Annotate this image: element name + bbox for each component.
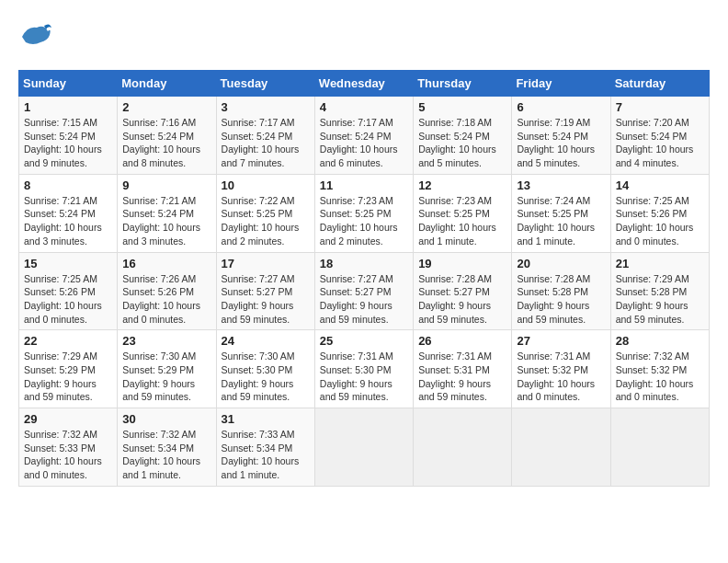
day-number: 13 — [517, 178, 605, 192]
calendar-day-cell: 31 Sunrise: 7:33 AM Sunset: 5:34 PM Dayl… — [216, 408, 314, 487]
daylight-label: Daylight: 10 hours and 4 minutes. — [616, 144, 694, 168]
page-header — [18, 18, 710, 55]
sunrise-label: Sunrise: 7:16 AM — [122, 117, 196, 128]
sunrise-label: Sunrise: 7:23 AM — [418, 195, 492, 206]
day-number: 12 — [418, 178, 506, 192]
day-info: Sunrise: 7:21 AM Sunset: 5:24 PM Dayligh… — [122, 194, 210, 248]
day-info: Sunrise: 7:29 AM Sunset: 5:29 PM Dayligh… — [24, 350, 112, 404]
sunset-label: Sunset: 5:34 PM — [222, 442, 293, 454]
sunrise-label: Sunrise: 7:19 AM — [517, 117, 590, 128]
calendar-week-row: 15 Sunrise: 7:25 AM Sunset: 5:26 PM Dayl… — [19, 252, 710, 330]
sunset-label: Sunset: 5:32 PM — [517, 364, 588, 375]
sunrise-label: Sunrise: 7:26 AM — [122, 273, 196, 284]
sunset-label: Sunset: 5:34 PM — [122, 442, 194, 454]
day-info: Sunrise: 7:22 AM Sunset: 5:25 PM Dayligh… — [222, 194, 310, 248]
day-info: Sunrise: 7:27 AM Sunset: 5:27 PM Dayligh… — [320, 272, 408, 327]
daylight-label: Daylight: 9 hours and 59 minutes. — [616, 300, 688, 325]
calendar-body: 1 Sunrise: 7:15 AM Sunset: 5:24 PM Dayli… — [19, 97, 710, 487]
day-number: 18 — [320, 257, 408, 270]
calendar-day-cell: 8 Sunrise: 7:21 AM Sunset: 5:24 PM Dayli… — [19, 174, 118, 252]
daylight-label: Daylight: 9 hours and 59 minutes. — [320, 378, 392, 403]
day-number: 2 — [122, 100, 210, 114]
calendar-day-cell: 26 Sunrise: 7:31 AM Sunset: 5:31 PM Dayl… — [414, 330, 512, 408]
calendar-day-cell: 12 Sunrise: 7:23 AM Sunset: 5:25 PM Dayl… — [414, 174, 512, 252]
daylight-label: Daylight: 10 hours and 0 minutes. — [122, 300, 200, 325]
daylight-label: Daylight: 10 hours and 2 minutes. — [320, 222, 398, 247]
day-number: 23 — [122, 334, 210, 348]
calendar-table: SundayMondayTuesdayWednesdayThursdayFrid… — [18, 70, 710, 487]
day-info: Sunrise: 7:30 AM Sunset: 5:30 PM Dayligh… — [222, 350, 310, 404]
daylight-label: Daylight: 9 hours and 59 minutes. — [122, 378, 195, 403]
sunset-label: Sunset: 5:24 PM — [517, 131, 588, 142]
sunrise-label: Sunrise: 7:29 AM — [24, 350, 97, 362]
daylight-label: Daylight: 10 hours and 0 minutes. — [24, 455, 102, 480]
sunset-label: Sunset: 5:32 PM — [616, 364, 688, 375]
day-info: Sunrise: 7:25 AM Sunset: 5:26 PM Dayligh… — [616, 194, 704, 248]
sunrise-label: Sunrise: 7:28 AM — [418, 273, 492, 284]
calendar-day-cell: 24 Sunrise: 7:30 AM Sunset: 5:30 PM Dayl… — [216, 330, 314, 408]
calendar-day-cell: 21 Sunrise: 7:29 AM Sunset: 5:28 PM Dayl… — [610, 252, 709, 330]
sunrise-label: Sunrise: 7:28 AM — [517, 273, 590, 284]
daylight-label: Daylight: 9 hours and 59 minutes. — [222, 300, 294, 325]
day-info: Sunrise: 7:26 AM Sunset: 5:26 PM Dayligh… — [122, 272, 210, 327]
sunrise-label: Sunrise: 7:17 AM — [222, 117, 295, 128]
sunrise-label: Sunrise: 7:27 AM — [222, 273, 295, 284]
day-number: 29 — [24, 412, 112, 426]
calendar-day-cell: 5 Sunrise: 7:18 AM Sunset: 5:24 PM Dayli… — [414, 97, 512, 175]
sunrise-label: Sunrise: 7:17 AM — [320, 117, 393, 128]
day-number: 6 — [517, 100, 605, 114]
sunrise-label: Sunrise: 7:25 AM — [616, 195, 689, 206]
day-number: 31 — [222, 412, 310, 426]
day-number: 10 — [222, 178, 310, 192]
daylight-label: Daylight: 10 hours and 0 minutes. — [517, 378, 595, 403]
daylight-label: Daylight: 10 hours and 1 minute. — [418, 222, 496, 247]
calendar-day-cell: 22 Sunrise: 7:29 AM Sunset: 5:29 PM Dayl… — [19, 330, 118, 408]
sunset-label: Sunset: 5:33 PM — [24, 442, 96, 454]
day-info: Sunrise: 7:20 AM Sunset: 5:24 PM Dayligh… — [616, 116, 704, 170]
sunset-label: Sunset: 5:28 PM — [616, 286, 688, 297]
day-number: 21 — [616, 257, 704, 270]
day-info: Sunrise: 7:17 AM Sunset: 5:24 PM Dayligh… — [320, 116, 408, 170]
daylight-label: Daylight: 10 hours and 9 minutes. — [24, 144, 102, 168]
day-info: Sunrise: 7:17 AM Sunset: 5:24 PM Dayligh… — [222, 116, 310, 170]
calendar-day-cell — [610, 408, 709, 487]
daylight-label: Daylight: 10 hours and 6 minutes. — [320, 144, 398, 168]
day-info: Sunrise: 7:31 AM Sunset: 5:32 PM Dayligh… — [517, 350, 605, 404]
sunrise-label: Sunrise: 7:32 AM — [122, 429, 196, 440]
sunrise-label: Sunrise: 7:18 AM — [418, 117, 492, 128]
calendar-day-cell: 29 Sunrise: 7:32 AM Sunset: 5:33 PM Dayl… — [19, 408, 118, 487]
calendar-day-cell: 25 Sunrise: 7:31 AM Sunset: 5:30 PM Dayl… — [314, 330, 413, 408]
day-number: 5 — [418, 100, 506, 114]
day-number: 8 — [24, 178, 112, 192]
sunset-label: Sunset: 5:25 PM — [517, 208, 588, 219]
sunrise-label: Sunrise: 7:33 AM — [222, 429, 295, 440]
calendar-day-cell: 17 Sunrise: 7:27 AM Sunset: 5:27 PM Dayl… — [216, 252, 314, 330]
sunrise-label: Sunrise: 7:31 AM — [418, 350, 492, 362]
calendar-day-cell: 9 Sunrise: 7:21 AM Sunset: 5:24 PM Dayli… — [118, 174, 216, 252]
day-info: Sunrise: 7:18 AM Sunset: 5:24 PM Dayligh… — [418, 116, 506, 170]
day-info: Sunrise: 7:31 AM Sunset: 5:31 PM Dayligh… — [418, 350, 506, 404]
sunset-label: Sunset: 5:24 PM — [24, 208, 96, 219]
day-info: Sunrise: 7:32 AM Sunset: 5:32 PM Dayligh… — [616, 350, 704, 404]
daylight-label: Daylight: 9 hours and 59 minutes. — [24, 378, 97, 403]
day-number: 24 — [222, 334, 310, 348]
calendar-day-cell: 13 Sunrise: 7:24 AM Sunset: 5:25 PM Dayl… — [512, 174, 610, 252]
sunset-label: Sunset: 5:29 PM — [24, 364, 96, 375]
day-info: Sunrise: 7:28 AM Sunset: 5:27 PM Dayligh… — [418, 272, 506, 327]
sunset-label: Sunset: 5:30 PM — [320, 364, 392, 375]
calendar-day-cell: 14 Sunrise: 7:25 AM Sunset: 5:26 PM Dayl… — [610, 174, 709, 252]
sunset-label: Sunset: 5:25 PM — [320, 208, 392, 219]
sunrise-label: Sunrise: 7:23 AM — [320, 195, 393, 206]
sunset-label: Sunset: 5:31 PM — [418, 364, 490, 375]
day-info: Sunrise: 7:28 AM Sunset: 5:28 PM Dayligh… — [517, 272, 605, 327]
day-number: 16 — [122, 257, 210, 270]
calendar-day-cell — [314, 408, 413, 487]
daylight-label: Daylight: 10 hours and 7 minutes. — [222, 144, 300, 168]
calendar-header-row: SundayMondayTuesdayWednesdayThursdayFrid… — [19, 71, 710, 97]
calendar-week-row: 1 Sunrise: 7:15 AM Sunset: 5:24 PM Dayli… — [19, 97, 710, 175]
daylight-label: Daylight: 10 hours and 8 minutes. — [122, 144, 200, 168]
day-number: 28 — [616, 334, 704, 348]
day-info: Sunrise: 7:23 AM Sunset: 5:25 PM Dayligh… — [418, 194, 506, 248]
sunset-label: Sunset: 5:24 PM — [222, 131, 293, 142]
sunrise-label: Sunrise: 7:27 AM — [320, 273, 393, 284]
